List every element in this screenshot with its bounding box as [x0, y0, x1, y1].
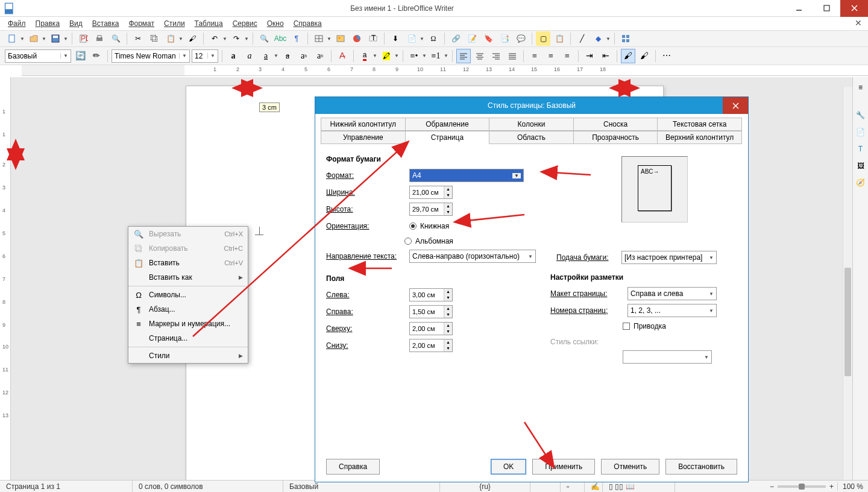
minimize-button[interactable] [785, 0, 813, 17]
apply-button[interactable]: Применить [532, 459, 595, 475]
strikethrough-icon[interactable]: a [280, 49, 295, 63]
dialog-close-icon[interactable] [723, 97, 748, 114]
note-icon[interactable]: ▢ [536, 31, 550, 46]
align-right-icon[interactable] [489, 49, 503, 63]
vertical-ruler[interactable]: 112 345 678 91011 1213 [0, 77, 11, 480]
vertical-scrollbar[interactable] [843, 87, 852, 480]
sidebar-settings-icon[interactable]: ≡ [854, 81, 867, 94]
decrease-indent-icon[interactable]: ⇤ [599, 49, 613, 63]
undo-icon[interactable]: ↶ [207, 31, 222, 46]
landscape-radio[interactable] [404, 238, 412, 245]
tab-area[interactable]: Область [489, 131, 574, 144]
font-name-combo[interactable]: Times New Roman▼ [112, 49, 190, 63]
page-icon[interactable]: 📄 [854, 125, 867, 139]
reset-button[interactable]: Восстановить [665, 459, 737, 475]
navigator-icon[interactable]: 🧭 [854, 176, 867, 189]
pagenum-select[interactable]: 1, 2, 3, ...▼ [627, 304, 717, 317]
ctx-symbols[interactable]: ΩСимволы... [128, 288, 248, 302]
clear-format-icon[interactable]: A̶ [335, 49, 350, 63]
line-spacing-2-icon[interactable]: ≡ [560, 49, 574, 63]
menu-styles[interactable]: Стили [160, 18, 189, 29]
print-icon[interactable] [92, 31, 107, 46]
height-spinner[interactable]: 29,70 см▲▼ [409, 203, 453, 216]
align-left-icon[interactable] [456, 49, 471, 63]
ctx-cut[interactable]: 🔍ВырезатьCtrl+X [128, 227, 248, 241]
dropdown-icon[interactable]: ▼ [444, 53, 448, 58]
styles-icon[interactable]: T [854, 142, 867, 156]
zoom-slider[interactable] [778, 485, 826, 488]
gallery-icon[interactable]: 🖼 [854, 159, 867, 172]
dropdown-icon[interactable]: ▼ [327, 36, 332, 42]
align-center-icon[interactable] [473, 49, 487, 63]
margin-left-spinner[interactable]: 3,00 см▲▼ [409, 288, 453, 301]
ctx-paste[interactable]: 📋ВставитьCtrl+V [128, 256, 248, 270]
find-replace-icon[interactable]: 🔍 [257, 31, 271, 46]
char-bg-icon[interactable]: 🖌 [637, 49, 652, 63]
paste-icon[interactable]: 📋 [163, 31, 178, 46]
dropdown-icon[interactable]: ▼ [420, 36, 424, 42]
line-spacing-15-icon[interactable]: ≡ [544, 49, 558, 63]
line-icon[interactable]: ╱ [574, 31, 589, 46]
ctx-styles[interactable]: Стили▶ [128, 348, 248, 363]
dropdown-icon[interactable]: ▼ [244, 36, 249, 42]
superscript-icon[interactable]: ab [297, 49, 311, 63]
bold-icon[interactable]: a [226, 49, 241, 63]
status-page[interactable]: Страница 1 из 1 [0, 481, 133, 492]
tray-select[interactable]: [Из настроек принтера]▼ [621, 251, 717, 264]
export-pdf-icon[interactable]: PDF [76, 31, 90, 46]
dropdown-icon[interactable]: ▼ [373, 53, 377, 58]
update-style-icon[interactable]: 🔄 [73, 49, 87, 63]
save-icon[interactable] [48, 31, 63, 46]
tab-borders[interactable]: Обрамление [405, 118, 490, 131]
menu-view[interactable]: Вид [65, 18, 87, 29]
shapes-icon[interactable]: ◆ [591, 31, 605, 46]
copy-icon[interactable]: ⿻ [147, 31, 162, 46]
page-layout-select[interactable]: Справа и слева▼ [627, 287, 717, 300]
ok-button[interactable]: OK [491, 459, 526, 475]
textbox-icon[interactable]: T [366, 31, 380, 46]
dropdown-icon[interactable]: ▼ [63, 36, 68, 42]
help-button[interactable]: Справка [326, 459, 380, 475]
font-color-icon[interactable]: a [357, 49, 372, 63]
menu-window[interactable]: Окно [263, 18, 288, 29]
align-justify-icon[interactable] [505, 49, 520, 63]
zoom-percent[interactable]: 100 % [837, 482, 863, 491]
dropdown-icon[interactable]: ▼ [42, 36, 46, 42]
cut-icon[interactable]: ✂ [131, 31, 145, 46]
cancel-button[interactable]: Отменить [601, 459, 659, 475]
tab-transparency[interactable]: Прозрачность [573, 131, 658, 144]
horizontal-ruler[interactable]: 123 456 789 101112 131415 161718 [22, 65, 868, 76]
clone-format-icon[interactable]: 🖌 [185, 31, 200, 46]
margin-right-spinner[interactable]: 1,50 см▲▼ [409, 305, 453, 318]
tab-header[interactable]: Верхний колонтитул [657, 131, 742, 144]
margin-bottom-spinner[interactable]: 2,00 см▲▼ [409, 339, 453, 352]
menu-help[interactable]: Справка [289, 18, 326, 29]
dropdown-icon[interactable]: ▼ [222, 36, 227, 42]
hyperlink-icon[interactable]: 🔗 [448, 31, 463, 46]
chart-icon[interactable] [350, 31, 364, 46]
dialog-title[interactable]: Стиль страницы: Базовый [315, 97, 748, 114]
field-icon[interactable]: 📄 [404, 31, 419, 46]
image-icon[interactable] [333, 31, 348, 46]
ctx-bullets[interactable]: ≡Маркеры и нумерация... [128, 317, 248, 331]
bullets-icon[interactable]: ≡• [407, 49, 421, 63]
tab-textgrid[interactable]: Текстовая сетка [657, 118, 742, 131]
tab-footer[interactable]: Нижний колонтитул [321, 118, 406, 131]
table-icon[interactable] [312, 31, 326, 46]
paragraph-style-combo[interactable]: Базовый▼ [5, 49, 71, 63]
dropdown-icon[interactable]: ▼ [178, 36, 183, 42]
increase-indent-icon[interactable]: ⇥ [582, 49, 597, 63]
menu-format[interactable]: Формат [124, 18, 159, 29]
maximize-button[interactable] [813, 0, 840, 17]
numbering-icon[interactable]: ≡1 [429, 49, 443, 63]
new-style-icon[interactable]: ✏ [89, 49, 104, 63]
redo-icon[interactable]: ↷ [229, 31, 244, 46]
spellcheck-icon[interactable]: Abc [273, 31, 288, 46]
menu-edit[interactable]: Правка [31, 18, 64, 29]
dropdown-icon[interactable]: ▼ [20, 36, 25, 42]
underline-icon[interactable]: a [259, 49, 273, 63]
formatting-marks-icon[interactable]: ¶ [289, 31, 304, 46]
properties-icon[interactable]: 🔧 [854, 109, 867, 122]
line-spacing-1-icon[interactable]: ≡ [527, 49, 542, 63]
grid-icon[interactable] [618, 31, 633, 46]
